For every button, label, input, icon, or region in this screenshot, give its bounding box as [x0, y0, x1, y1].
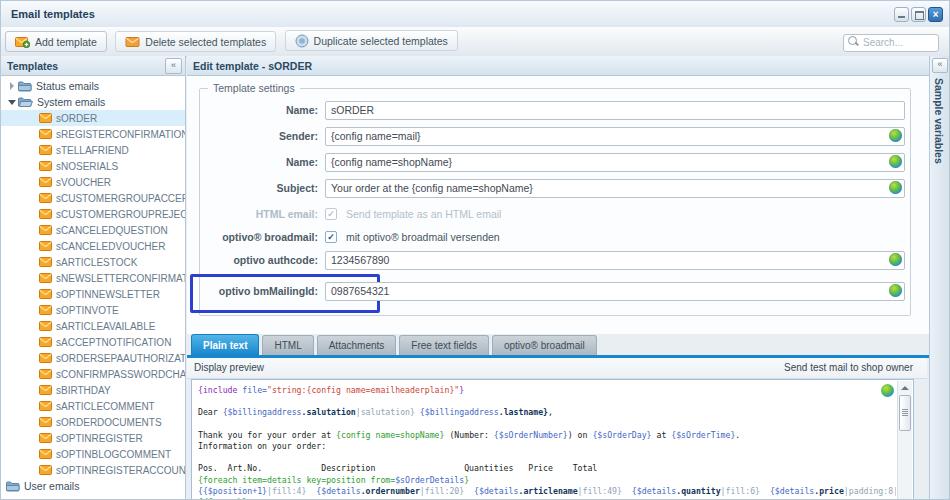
- mail-icon: [39, 273, 52, 283]
- bm-mailing-id-field[interactable]: [325, 282, 905, 301]
- tree-item-label: sNOSERIALS: [56, 161, 118, 172]
- tree-item-sarticlecomment[interactable]: sARTICLECOMMENT: [1, 398, 185, 414]
- delete-templates-button[interactable]: Delete selected templates: [115, 31, 276, 52]
- broadmail-label: optivo® broadmail:: [200, 231, 325, 243]
- mail-icon: [39, 449, 52, 459]
- bm-mailing-id-field-label: optivo bmMailingId:: [200, 285, 325, 297]
- tree-item-soptinregisteraccountless[interactable]: sOPTINREGISTERACCOUNTLESS: [1, 462, 185, 478]
- collapse-templates-panel-button[interactable]: [165, 58, 182, 74]
- mail-icon: [39, 337, 52, 347]
- tree-item-scustomergrouprejected[interactable]: sCUSTOMERGROUPREJECTED: [1, 206, 185, 222]
- tree-item-label: sORDERSEPAAUTHORIZATION: [56, 353, 185, 364]
- code-line: {{$position+1}|fill:4} {$details.ordernu…: [198, 486, 896, 497]
- preview-toolbar: Display preview Send test mail to shop o…: [187, 358, 927, 379]
- tree-item-label: sOPTINVOTE: [56, 305, 119, 316]
- editor-scrollbar[interactable]: [897, 381, 912, 499]
- html-email-checkbox-label: Send template as an HTML email: [346, 208, 501, 220]
- edit-template-title: Edit template - sORDER: [193, 60, 312, 72]
- email-templates-window: Email templates Add template Delete sele…: [0, 0, 950, 500]
- scroll-up-icon[interactable]: [901, 386, 909, 390]
- name-field[interactable]: [325, 101, 905, 120]
- send-test-mail-button[interactable]: Send test mail to shop owner: [784, 362, 913, 373]
- tree-item-scanceledvoucher[interactable]: sCANCELEDVOUCHER: [1, 238, 185, 254]
- tree-item-snoserials[interactable]: sNOSERIALS: [1, 158, 185, 174]
- tree-item-scustomergroupaccepted[interactable]: sCUSTOMERGROUPACCEPTED: [1, 190, 185, 206]
- code-line: Pos. Art.No. Description Quantities Pric…: [198, 463, 896, 474]
- folder-icon: [6, 481, 20, 492]
- sender-field[interactable]: [325, 127, 905, 146]
- plain-text-editor[interactable]: {include file="string:{config name=email…: [191, 379, 914, 499]
- sender-name-field[interactable]: [325, 153, 905, 172]
- tree-item-soptinblogcomment[interactable]: sOPTINBLOGCOMMENT: [1, 446, 185, 462]
- tree-item-sarticleavailable[interactable]: sARTICLEAVAILABLE: [1, 318, 185, 334]
- tree-item-sarticlestock[interactable]: sARTICLESTOCK: [1, 254, 185, 270]
- tree-item-label: User emails: [24, 480, 79, 492]
- tree-item-sregisterconfirmation[interactable]: sREGISTERCONFIRMATION: [1, 126, 185, 142]
- tree-item-sacceptnotification[interactable]: sACCEPTNOTIFICATION: [1, 334, 185, 350]
- tree-item-soptinvote[interactable]: sOPTINVOTE: [1, 302, 185, 318]
- tree-item-label: sARTICLECOMMENT: [56, 401, 155, 412]
- html-email-label: HTML email:: [200, 208, 325, 220]
- duplicate-templates-button[interactable]: Duplicate selected templates: [285, 30, 458, 51]
- tree-item-sbirthday[interactable]: sBIRTHDAY: [1, 382, 185, 398]
- authcode-field[interactable]: [325, 251, 905, 270]
- tree-item-label: sORDER: [56, 113, 97, 124]
- tab-html[interactable]: HTML: [262, 335, 313, 355]
- scrollbar-thumb[interactable]: [899, 395, 911, 431]
- mail-icon: [39, 305, 52, 315]
- mail-icon: [39, 289, 52, 299]
- tree-item-user-emails[interactable]: User emails: [1, 478, 185, 494]
- subject-field-label: Subject:: [200, 182, 325, 194]
- mail-icon: [39, 465, 52, 475]
- sender-name-field-label: Name:: [200, 156, 325, 168]
- mail-icon: [39, 321, 52, 331]
- add-template-button[interactable]: Add template: [5, 31, 107, 52]
- tree-item-system-emails[interactable]: System emails: [1, 94, 185, 110]
- collapse-arrow-icon[interactable]: [6, 100, 18, 105]
- tree-item-label: sOPTINREGISTERACCOUNTLESS: [56, 465, 185, 476]
- tree-item-snewsletterconfirmation[interactable]: sNEWSLETTERCONFIRMATION: [1, 270, 185, 286]
- subject-field[interactable]: [325, 179, 905, 198]
- tree-item-label: System emails: [37, 96, 105, 108]
- expand-arrow-icon[interactable]: [6, 82, 18, 90]
- close-button[interactable]: [928, 7, 943, 22]
- tree-item-scanceledquestion[interactable]: sCANCELEDQUESTION: [1, 222, 185, 238]
- expand-sample-variables-button[interactable]: [932, 58, 948, 73]
- template-settings-fieldset: Template settings Name: Sender: Name:: [199, 82, 911, 316]
- mail-icon: [39, 433, 52, 443]
- minimize-button[interactable]: [894, 7, 909, 22]
- tree-item-svoucher[interactable]: sVOUCHER: [1, 174, 185, 190]
- maximize-button[interactable]: [911, 7, 926, 22]
- tree-item-label: sCUSTOMERGROUPREJECTED: [56, 209, 185, 220]
- mail-icon: [39, 225, 52, 235]
- tree-item-stellafriend[interactable]: sTELLAFRIEND: [1, 142, 185, 158]
- tree-item-sordersepaauthorization[interactable]: sORDERSEPAAUTHORIZATION: [1, 350, 185, 366]
- tree-item-sorderdocuments[interactable]: sORDERDOCUMENTS: [1, 414, 185, 430]
- authcode-row: optivo authcode:: [200, 250, 906, 270]
- code-line: Thank you for your order at {config name…: [198, 430, 896, 441]
- tab-free-text-fields[interactable]: Free text fields: [399, 335, 489, 355]
- sample-variables-label: Sample variables: [933, 78, 945, 164]
- tab-attachments[interactable]: Attachments: [317, 335, 397, 355]
- duplicate-icon: [295, 34, 309, 48]
- tree-item-soptinregister[interactable]: sOPTINREGISTER: [1, 430, 185, 446]
- folder-icon: [18, 81, 32, 92]
- globe-icon[interactable]: [881, 384, 894, 397]
- mail-icon: [39, 401, 52, 411]
- tab-optivo-broadmail[interactable]: optivo® broadmail: [492, 335, 597, 355]
- html-email-checkbox[interactable]: [325, 208, 337, 220]
- templates-panel-header: Templates: [1, 56, 185, 76]
- tree-item-soptinnewsletter[interactable]: sOPTINNEWSLETTER: [1, 286, 185, 302]
- tree-item-sorder[interactable]: sORDER: [1, 110, 185, 126]
- template-code[interactable]: {include file="string:{config name=email…: [198, 385, 896, 499]
- tree-item-sconfirmpasswordchange[interactable]: sCONFIRMPASSWORDCHANGE: [1, 366, 185, 382]
- mail-icon: [39, 177, 52, 187]
- tree-item-label: sCONFIRMPASSWORDCHANGE: [56, 369, 185, 380]
- subject-row: Subject:: [200, 178, 906, 198]
- tab-plain-text[interactable]: Plain text: [191, 334, 259, 355]
- tree-item-label: sOPTINREGISTER: [56, 433, 143, 444]
- broadmail-checkbox[interactable]: [325, 231, 337, 243]
- tree-item-status-emails[interactable]: Status emails: [1, 78, 185, 94]
- name-row: Name:: [200, 100, 906, 120]
- mail-icon: [39, 113, 52, 123]
